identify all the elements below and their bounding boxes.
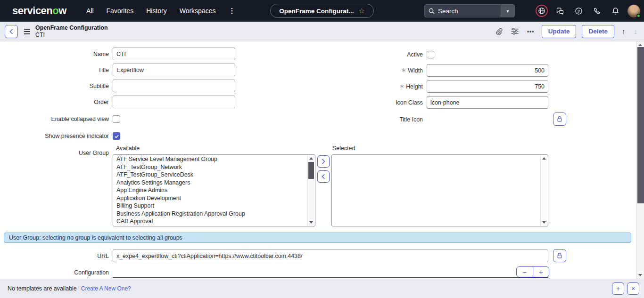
list-item[interactable]: CAB Approval bbox=[113, 217, 307, 226]
scrollbar-thumb[interactable] bbox=[308, 162, 314, 179]
increase-button[interactable]: + bbox=[533, 267, 549, 277]
search-input[interactable] bbox=[435, 8, 501, 15]
title-label: Title bbox=[0, 64, 109, 76]
primary-nav: All Favorites History Workspaces ⋮ bbox=[86, 0, 235, 22]
scroll-down-icon[interactable] bbox=[638, 274, 642, 276]
order-label: Order bbox=[0, 96, 109, 108]
icon-class-field[interactable] bbox=[427, 96, 548, 109]
icon-class-label: Icon Class bbox=[311, 96, 423, 109]
favorite-star-icon[interactable]: ☆ bbox=[358, 7, 364, 15]
nav-workspaces[interactable]: Workspaces bbox=[180, 7, 216, 15]
user-group-label: User Group bbox=[0, 149, 109, 157]
record-name: CTI bbox=[35, 32, 108, 39]
selected-listbox[interactable] bbox=[331, 154, 548, 226]
available-listbox[interactable]: ATF Service Level Management GroupATF_Te… bbox=[113, 154, 315, 226]
available-scrollbar[interactable] bbox=[307, 155, 314, 226]
chat-button[interactable] bbox=[554, 5, 566, 17]
update-button[interactable]: Update bbox=[542, 25, 577, 38]
attachment-button[interactable] bbox=[494, 26, 504, 37]
globe-button[interactable] bbox=[536, 5, 548, 17]
active-checkbox[interactable] bbox=[427, 51, 434, 58]
personalize-form-button[interactable] bbox=[510, 26, 520, 37]
previous-record-button[interactable]: ↑ bbox=[622, 27, 626, 35]
help-button[interactable]: ? bbox=[572, 5, 585, 17]
nav-all[interactable]: All bbox=[86, 7, 94, 15]
record-title: OpenFrame Configuration CTI bbox=[35, 24, 108, 39]
list-item[interactable]: Billing Support bbox=[113, 202, 307, 210]
chevron-down-icon: ▾ bbox=[506, 8, 509, 14]
list-item[interactable]: Capacity Mgmt bbox=[113, 226, 307, 226]
list-item[interactable]: App Engine Admins bbox=[113, 186, 307, 194]
list-item[interactable]: Application Development bbox=[113, 194, 307, 202]
list-item[interactable]: Analytics Settings Managers bbox=[113, 179, 307, 187]
header-actions: ? bbox=[536, 0, 640, 22]
delete-button[interactable]: Delete bbox=[582, 25, 614, 38]
show-presence-indicator-checkbox[interactable] bbox=[113, 132, 120, 140]
logo-text: servicen bbox=[12, 5, 52, 17]
configuration-label: Configuration bbox=[0, 269, 109, 276]
url-field[interactable] bbox=[113, 250, 548, 262]
top-header: servicenow All Favorites History Workspa… bbox=[0, 0, 644, 22]
scroll-up-icon[interactable] bbox=[542, 157, 546, 160]
scroll-down-icon[interactable] bbox=[309, 221, 313, 224]
subtitle-field[interactable] bbox=[113, 80, 235, 92]
enable-collapsed-view-label: Enable collapsed view bbox=[0, 115, 109, 123]
context-pill-label: OpenFrame Configurat... bbox=[279, 8, 354, 15]
plus-icon: + bbox=[616, 285, 620, 292]
template-bar: No templates are available Create A New … bbox=[0, 279, 644, 298]
list-item[interactable]: Business Application Registration Approv… bbox=[113, 210, 307, 218]
height-label: Height bbox=[311, 80, 423, 93]
url-lock-button[interactable] bbox=[553, 249, 566, 262]
scroll-down-icon[interactable] bbox=[542, 221, 546, 224]
context-pill[interactable]: OpenFrame Configurat... ☆ bbox=[270, 4, 374, 18]
chat-icon bbox=[556, 7, 564, 15]
phone-icon bbox=[593, 7, 601, 15]
order-field[interactable] bbox=[113, 96, 235, 108]
back-button[interactable] bbox=[5, 25, 18, 38]
list-item[interactable]: ATF_TestGroup_Network bbox=[113, 163, 307, 171]
form-context-menu-icon[interactable] bbox=[24, 29, 30, 34]
nav-history[interactable]: History bbox=[146, 7, 167, 15]
title-icon-lock-button[interactable] bbox=[553, 113, 566, 126]
selected-scrollbar[interactable] bbox=[540, 155, 547, 226]
search-box: ▾ bbox=[424, 4, 515, 17]
user-avatar[interactable] bbox=[627, 5, 640, 17]
notifications-button[interactable] bbox=[609, 5, 621, 17]
move-right-button[interactable] bbox=[317, 155, 330, 168]
close-template-bar-button[interactable]: × bbox=[627, 282, 639, 295]
title-field[interactable] bbox=[113, 64, 235, 76]
presence-status-dot bbox=[636, 14, 641, 18]
template-message: No templates are available bbox=[8, 285, 77, 292]
create-template-link[interactable]: Create A New One? bbox=[81, 285, 131, 292]
available-list: ATF Service Level Management GroupATF_Te… bbox=[113, 155, 307, 226]
nav-favorites[interactable]: Favorites bbox=[107, 7, 134, 15]
list-item[interactable]: ATF_TestGroup_ServiceDesk bbox=[113, 171, 307, 179]
height-field[interactable] bbox=[427, 80, 548, 93]
search-icon bbox=[429, 8, 435, 14]
more-options-button[interactable]: ••• bbox=[526, 26, 536, 37]
main-scrollbar[interactable] bbox=[636, 41, 644, 279]
logo-green-o: o bbox=[52, 5, 58, 17]
search-scope-dropdown[interactable]: ▾ bbox=[501, 5, 514, 17]
scroll-up-icon[interactable] bbox=[309, 157, 313, 160]
decrease-button[interactable]: − bbox=[517, 267, 533, 277]
enable-collapsed-view-checkbox[interactable] bbox=[113, 115, 120, 123]
name-field[interactable] bbox=[113, 48, 235, 60]
selected-heading: Selected bbox=[332, 145, 355, 152]
scroll-up-icon[interactable] bbox=[638, 44, 642, 46]
record-type: OpenFrame Configuration bbox=[35, 24, 108, 32]
toolbar-actions: ••• Update Delete ↑ ↓ bbox=[494, 25, 644, 38]
phone-button[interactable] bbox=[591, 5, 603, 17]
nav-more-icon[interactable]: ⋮ bbox=[228, 7, 235, 15]
next-record-button[interactable]: ↓ bbox=[634, 27, 638, 35]
move-left-button[interactable] bbox=[317, 170, 330, 183]
list-item[interactable]: ATF Service Level Management Group bbox=[113, 155, 307, 163]
selected-list bbox=[332, 155, 540, 226]
add-template-button[interactable]: + bbox=[612, 282, 624, 295]
width-field[interactable] bbox=[427, 64, 548, 77]
subtitle-label: Subtitle bbox=[0, 80, 109, 92]
scrollbar-thumb[interactable] bbox=[637, 47, 644, 203]
globe-icon bbox=[538, 7, 545, 15]
lock-icon bbox=[556, 115, 563, 123]
available-heading: Available bbox=[116, 145, 140, 152]
